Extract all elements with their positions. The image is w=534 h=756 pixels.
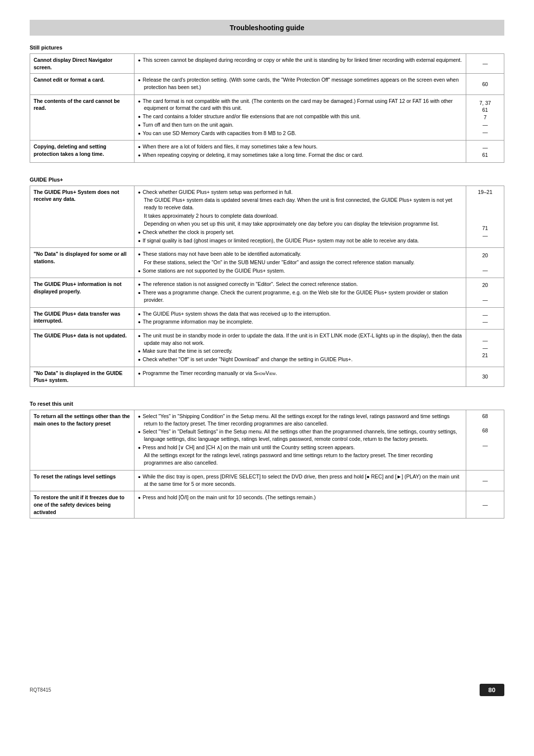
solution-cell: When there are a lot of folders and file… <box>134 141 466 162</box>
problem-cell: "No Data" is displayed for some or all s… <box>30 248 134 278</box>
solution-cell: Press and hold [Ö/I] on the main unit fo… <box>134 491 466 519</box>
table-row: The GUIDE Plus+ data is not updated. The… <box>30 329 504 367</box>
page-title: Troubleshooting guide <box>34 24 500 32</box>
problem-cell: To restore the unit if it freezes due to… <box>30 491 134 519</box>
problem-cell: The contents of the card cannot be read. <box>30 94 134 140</box>
problem-cell: Cannot display Direct Navigator screen. <box>30 54 134 74</box>
bullet-item: The unit must be in standby mode in orde… <box>138 332 462 346</box>
page-ref-cell: — — <box>466 307 504 329</box>
table-row: Copying, deleting and setting protection… <box>30 141 504 162</box>
problem-cell: To return all the settings other than th… <box>30 410 134 471</box>
table-row: To return all the settings other than th… <box>30 410 504 471</box>
bullet-item: Some stations are not supported by the G… <box>138 267 462 275</box>
solution-cell: Programme the Timer recording manually o… <box>134 367 466 386</box>
bullet-item: Press and hold [∨ CH] and [CH ∧] on the … <box>138 444 462 451</box>
reset-section: To reset this unit To return all the set… <box>30 401 504 519</box>
page-ref-cell: 30 <box>466 367 504 386</box>
problem-cell: Copying, deleting and setting protection… <box>30 141 134 162</box>
bullet-item: Check whether the clock is properly set. <box>138 229 462 236</box>
bullet-item: Programme the Timer recording manually o… <box>138 370 462 377</box>
problem-cell: The GUIDE Plus+ data transfer was interr… <box>30 307 134 329</box>
bullet-item: Turn off and then turn on the unit again… <box>138 121 462 129</box>
page-number: 80 <box>480 684 504 696</box>
solution-text: Depending on when you set up this unit, … <box>138 220 462 228</box>
bullet-item: Release the card's protection setting. (… <box>138 76 462 91</box>
problem-cell: Cannot edit or format a card. <box>30 74 134 94</box>
problem-cell: The GUIDE Plus+ System does not receive … <box>30 186 134 248</box>
bullet-item: The card format is not compatible with t… <box>138 97 462 112</box>
table-row: The contents of the card cannot be read.… <box>30 94 504 140</box>
solution-cell: While the disc tray is open, press [DRIV… <box>134 470 466 491</box>
guide-plus-section: GUIDE Plus+ The GUIDE Plus+ System does … <box>30 177 504 387</box>
problem-cell: The GUIDE Plus+ information is not displ… <box>30 278 134 307</box>
guide-plus-header: GUIDE Plus+ <box>30 177 504 183</box>
solution-text: It takes approximately 2 hours to comple… <box>138 212 462 220</box>
bullet-item: You can use SD Memory Cards with capacit… <box>138 130 462 137</box>
model-code: RQT8415 <box>30 687 51 693</box>
bullet-item: Check whether "Off" is set under "Night … <box>138 356 462 363</box>
table-row: To reset the ratings level settings Whil… <box>30 470 504 491</box>
title-box: Troubleshooting guide <box>30 20 504 36</box>
bullet-item: When repeating copying or deleting, it m… <box>138 151 462 159</box>
table-row: The GUIDE Plus+ information is not displ… <box>30 278 504 307</box>
solution-cell: Release the card's protection setting. (… <box>134 74 466 94</box>
table-row: Cannot display Direct Navigator screen. … <box>30 54 504 74</box>
bullet-item: Make sure that the time is set correctly… <box>138 347 462 355</box>
problem-cell: The GUIDE Plus+ data is not updated. <box>30 329 134 367</box>
reset-table: To return all the settings other than th… <box>30 410 504 519</box>
bullet-item: Select "Yes" in "Shipping Condition" in … <box>138 413 462 427</box>
bullet-item: This screen cannot be displayed during r… <box>138 56 462 64</box>
problem-cell: To reset the ratings level settings <box>30 470 134 491</box>
page-ref-cell: 19–21 71 — <box>466 186 504 248</box>
page-ref-cell: 60 <box>466 74 504 94</box>
bullet-item: The GUIDE Plus+ system shows the data th… <box>138 310 462 318</box>
bullet-item: While the disc tray is open, press [DRIV… <box>138 473 462 487</box>
table-row: The GUIDE Plus+ System does not receive … <box>30 186 504 248</box>
page-ref-cell: 68 68 — <box>466 410 504 471</box>
solution-cell: Select "Yes" in "Shipping Condition" in … <box>134 410 466 471</box>
still-pictures-header: Still pictures <box>30 45 504 50</box>
footer: RQT8415 80 <box>30 682 504 696</box>
page-ref-cell: 20 — <box>466 278 504 307</box>
solution-text: The GUIDE Plus+ system data is updated s… <box>138 196 462 211</box>
bullet-item: When there are a lot of folders and file… <box>138 143 462 150</box>
table-row: To restore the unit if it freezes due to… <box>30 491 504 519</box>
bullet-item: There was a programme change. Check the … <box>138 289 462 303</box>
solution-cell: The GUIDE Plus+ system shows the data th… <box>134 307 466 329</box>
still-pictures-section: Still pictures Cannot display Direct Nav… <box>30 45 504 163</box>
bullet-item: Check whether GUIDE Plus+ system setup w… <box>138 189 462 196</box>
bullet-item: The reference station is not assigned co… <box>138 281 462 288</box>
bullet-item: These stations may not have been able to… <box>138 250 462 258</box>
table-row: The GUIDE Plus+ data transfer was interr… <box>30 307 504 329</box>
page-ref-cell: — <box>466 491 504 519</box>
guide-plus-table: The GUIDE Plus+ System does not receive … <box>30 186 504 387</box>
page-ref-cell: — <box>466 470 504 491</box>
bullet-item: Press and hold [Ö/I] on the main unit fo… <box>138 494 462 501</box>
solution-cell: This screen cannot be displayed during r… <box>134 54 466 74</box>
table-row: "No Data" is displayed for some or all s… <box>30 248 504 278</box>
solution-text: All the settings except for the ratings … <box>138 452 462 466</box>
page-ref-cell: — — 21 <box>466 329 504 367</box>
solution-text: For these stations, select the "On" in t… <box>138 259 462 266</box>
problem-cell: "No Data" is displayed in the GUIDE Plus… <box>30 367 134 386</box>
page-ref-cell: — 61 <box>466 141 504 162</box>
solution-cell: The reference station is not assigned co… <box>134 278 466 307</box>
table-row: "No Data" is displayed in the GUIDE Plus… <box>30 367 504 386</box>
solution-cell: The unit must be in standby mode in orde… <box>134 329 466 367</box>
solution-cell: The card format is not compatible with t… <box>134 94 466 140</box>
bullet-item: The programme information may be incompl… <box>138 318 462 326</box>
table-row: Cannot edit or format a card. Release th… <box>30 74 504 94</box>
page-ref-cell: 7, 37 61 7 — — <box>466 94 504 140</box>
bullet-item: If signal quality is bad (ghost images o… <box>138 237 462 244</box>
solution-cell: These stations may not have been able to… <box>134 248 466 278</box>
solution-cell: Check whether GUIDE Plus+ system setup w… <box>134 186 466 248</box>
still-pictures-table: Cannot display Direct Navigator screen. … <box>30 53 504 163</box>
page-ref-cell: 20 — <box>466 248 504 278</box>
bullet-item: Select "Yes" in "Default Settings" in th… <box>138 428 462 442</box>
page-container: Troubleshooting guide Still pictures Can… <box>30 20 504 696</box>
bullet-item: The card contains a folder structure and… <box>138 113 462 120</box>
page-ref-cell: — <box>466 54 504 74</box>
reset-header: To reset this unit <box>30 401 504 407</box>
